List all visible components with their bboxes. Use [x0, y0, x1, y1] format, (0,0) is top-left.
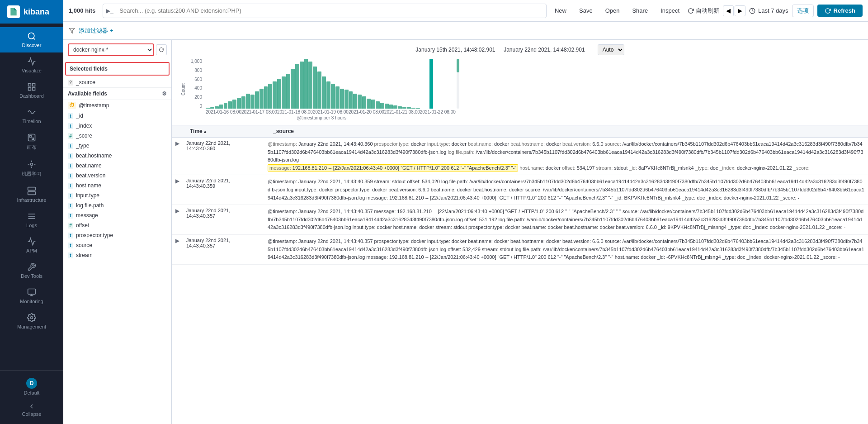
chart-bar[interactable]: [322, 76, 326, 109]
chart-bar[interactable]: [335, 86, 340, 109]
chart-bar[interactable]: [362, 96, 366, 109]
chart-bar[interactable]: [300, 62, 304, 109]
available-field-stream[interactable]: tstream: [63, 250, 171, 260]
chart-bar[interactable]: [411, 108, 415, 109]
inspect-button[interactable]: Inspect: [656, 5, 684, 16]
available-field-_score[interactable]: #_score: [63, 131, 171, 141]
chart-bar[interactable]: [291, 69, 295, 109]
chart-bar[interactable]: [286, 74, 290, 109]
sidebar-item-discover[interactable]: Discover: [0, 27, 63, 52]
sidebar-item-dashboard[interactable]: Dashboard: [0, 78, 63, 103]
sidebar-item-apm[interactable]: APM: [0, 233, 63, 258]
available-field-source[interactable]: tsource: [63, 240, 171, 250]
share-button[interactable]: Share: [627, 5, 652, 16]
save-button[interactable]: Save: [575, 5, 597, 16]
chart-bar[interactable]: [407, 107, 411, 109]
chart-bar[interactable]: [358, 95, 362, 109]
chart-bar[interactable]: [255, 91, 259, 109]
chart-bar[interactable]: [308, 62, 312, 109]
chart-bar[interactable]: [371, 100, 375, 109]
sidebar-item-monitoring[interactable]: Monitoring: [0, 283, 63, 309]
chart-bar[interactable]: [210, 107, 214, 109]
selected-field-source[interactable]: ? _source: [63, 77, 171, 87]
chart-bar[interactable]: [304, 59, 308, 109]
chart-bar[interactable]: [380, 103, 384, 109]
chart-bar[interactable]: [385, 104, 389, 109]
available-field-log.file.path[interactable]: tlog.file.path: [63, 200, 171, 210]
chart-bar[interactable]: [398, 106, 402, 109]
chart-bar[interactable]: [237, 98, 241, 109]
chart-bar[interactable]: [416, 108, 420, 109]
chart-bar[interactable]: [264, 86, 268, 109]
sidebar-item-ml[interactable]: 机器学习: [0, 155, 63, 182]
add-filter-button[interactable]: 添加过滤器 +: [79, 27, 113, 35]
available-field-_id[interactable]: t_id: [63, 111, 171, 121]
available-field-beat.hostname[interactable]: tbeat.hostname: [63, 151, 171, 161]
options-button[interactable]: 选项: [792, 5, 814, 17]
available-field-_index[interactable]: t_index: [63, 121, 171, 131]
expand-row-button[interactable]: ▶: [172, 175, 183, 205]
index-pattern-refresh-button[interactable]: [156, 44, 167, 55]
available-field-host.name[interactable]: thost.name: [63, 181, 171, 191]
chart-bar[interactable]: [241, 96, 245, 109]
time-column-header[interactable]: Time ▴: [190, 128, 271, 134]
sidebar-item-logs[interactable]: Logs: [0, 207, 63, 233]
expand-row-button[interactable]: ▶: [172, 138, 183, 175]
sidebar-item-timelion[interactable]: Timelion: [0, 103, 63, 129]
chart-bar[interactable]: [277, 79, 281, 109]
time-forward-button[interactable]: ▶: [735, 5, 745, 16]
index-pattern-select[interactable]: docker-nginx-*: [68, 43, 154, 56]
new-button[interactable]: New: [550, 5, 571, 16]
auto-refresh[interactable]: 自动刷新: [688, 7, 719, 15]
chart-bar[interactable]: [250, 95, 255, 109]
chart-bar[interactable]: [349, 91, 353, 109]
scrollbar-thumb[interactable]: [457, 59, 459, 72]
available-field-beat.name[interactable]: tbeat.name: [63, 161, 171, 171]
chart-bar[interactable]: [259, 89, 264, 109]
sidebar-logo[interactable]: kibana: [0, 0, 63, 24]
chart-bar[interactable]: [344, 90, 349, 109]
sidebar-item-management[interactable]: Management: [0, 309, 63, 334]
chart-bar[interactable]: [429, 59, 434, 109]
gear-icon[interactable]: ⚙: [162, 91, 167, 97]
time-range[interactable]: Last 7 days: [749, 7, 788, 14]
chart-bar[interactable]: [402, 107, 406, 109]
available-field-@timestamp[interactable]: ⏱@timestamp: [63, 100, 171, 111]
chart-bar[interactable]: [215, 106, 219, 109]
chart-bar[interactable]: [232, 100, 236, 109]
chart-bar[interactable]: [224, 103, 228, 109]
time-back-button[interactable]: ◀: [723, 5, 734, 16]
available-field-prospector.type[interactable]: tprospector.type: [63, 230, 171, 240]
chart-bar[interactable]: [313, 67, 317, 109]
chart-bar[interactable]: [326, 81, 330, 109]
sidebar-item-infrastructure[interactable]: Infrastructure: [0, 182, 63, 207]
search-input[interactable]: [103, 4, 547, 18]
chart-bar[interactable]: [206, 108, 210, 109]
chart-bar[interactable]: [219, 105, 223, 109]
chart-bar[interactable]: [317, 71, 321, 109]
refresh-button[interactable]: Refresh: [817, 5, 863, 17]
chart-interval-select[interactable]: Auto: [598, 44, 624, 55]
open-button[interactable]: Open: [601, 5, 624, 16]
sidebar-item-visualize[interactable]: Visualize: [0, 52, 63, 78]
available-field-message[interactable]: tmessage: [63, 210, 171, 220]
chart-bar[interactable]: [228, 101, 232, 109]
chart-bar[interactable]: [268, 84, 272, 109]
chart-bar[interactable]: [282, 76, 286, 109]
chart-bar[interactable]: [367, 99, 371, 109]
chart-bar[interactable]: [340, 89, 344, 109]
expand-row-button[interactable]: ▶: [172, 205, 183, 234]
chart-bar[interactable]: [353, 94, 357, 109]
chart-bar[interactable]: [389, 105, 393, 109]
chart-bar[interactable]: [331, 84, 335, 109]
sidebar-item-canvas[interactable]: 画布: [0, 129, 63, 155]
available-field-input.type[interactable]: tinput.type: [63, 191, 171, 200]
sidebar-item-devtools[interactable]: Dev Tools: [0, 258, 63, 283]
chart-bar[interactable]: [295, 64, 299, 109]
expand-row-button[interactable]: ▶: [172, 235, 183, 264]
available-field-offset[interactable]: #offset: [63, 220, 171, 230]
available-field-beat.version[interactable]: tbeat.version: [63, 171, 171, 181]
chart-bar[interactable]: [393, 105, 397, 109]
chart-bar[interactable]: [273, 81, 277, 109]
chart-bar[interactable]: [246, 94, 250, 109]
